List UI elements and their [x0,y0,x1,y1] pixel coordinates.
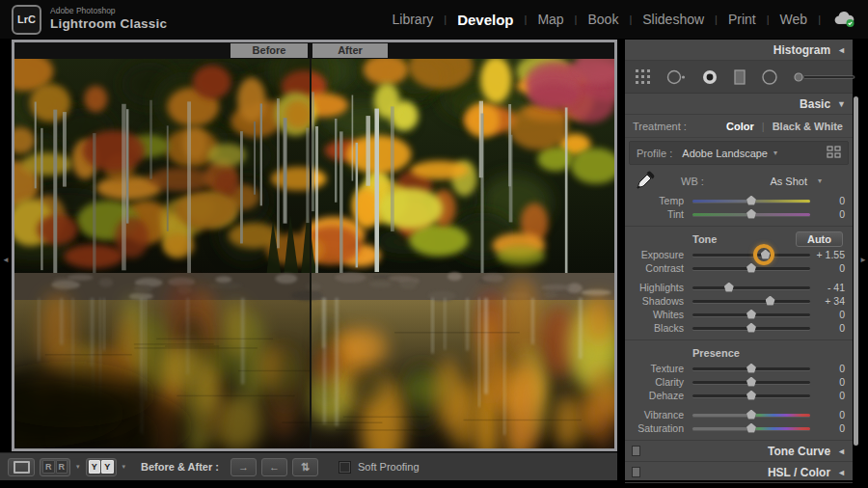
auto-tone-button[interactable]: Auto [796,231,843,247]
left-collapse-arrow-icon[interactable]: ◄ [2,256,10,264]
nav-library[interactable]: Library [393,12,434,27]
profile-label: Profile : [637,148,672,159]
tone-curve-title: Tone Curve [768,445,830,458]
tint-slider[interactable] [692,208,810,221]
contrast-slider[interactable] [692,262,810,275]
shadows-handle[interactable] [766,296,775,306]
graduated-filter-icon[interactable] [733,68,746,86]
photo-canvas[interactable] [14,59,614,448]
eyedropper-icon[interactable] [635,170,656,193]
heal-icon[interactable] [665,68,687,86]
before-after-divider[interactable] [310,59,312,448]
treatment-color-button[interactable]: Color [726,121,754,132]
basic-title: Basic [800,97,830,111]
white-balance-row: WB : As Shot ▾ [625,168,853,194]
before-after-view-icon: Y [101,460,114,474]
texture-label: Texture [633,363,692,374]
nav-separator: | [767,14,770,25]
collapse-left-icon: ◄ [837,45,846,55]
shadows-slider[interactable] [692,295,810,308]
panel-scrollbar[interactable] [854,96,858,446]
nav-book[interactable]: Book [587,12,618,27]
highlights-handle[interactable] [724,283,734,292]
profile-value[interactable]: Adobe Landscape [682,148,768,159]
saturation-slider[interactable] [692,422,810,435]
contrast-value: 0 [810,262,845,274]
hsl-color-title: HSL / Color [768,466,830,479]
highlights-slider[interactable] [692,282,810,294]
exposure-label: Exposure [633,249,692,260]
wb-preset-dropdown[interactable]: As Shot ▾ [770,176,822,187]
loupe-view-button[interactable] [8,458,35,476]
exposure-value: + 1.55 [810,249,845,260]
contrast-handle[interactable] [746,263,756,273]
before-after-viewer: Before After [12,40,617,451]
exposure-track[interactable] [692,254,810,257]
adjustment-brush-icon[interactable] [793,70,856,84]
nav-slideshow[interactable]: Slideshow [642,12,704,27]
saturation-handle[interactable] [746,423,756,433]
tone-group-header: Tone Auto [625,230,853,248]
nav-map[interactable]: Map [537,12,563,27]
tone-curve-panel-header[interactable]: Tone Curve ◄ [625,441,853,462]
contrast-slider-row: Contrast 0 [625,261,853,275]
chevron-down-icon[interactable]: ▾ [122,463,126,471]
temp-slider[interactable] [692,195,810,207]
copy-after-to-before-button[interactable]: ← [261,458,287,476]
tint-value: 0 [810,208,845,220]
histogram-panel-header[interactable]: Histogram ◄ [625,40,853,61]
shadows-track[interactable] [692,300,810,303]
whites-slider[interactable] [692,309,810,321]
clarity-handle[interactable] [746,377,756,387]
temp-handle[interactable] [746,196,756,205]
chevron-down-icon[interactable]: ▾ [76,463,80,471]
radial-filter-icon[interactable] [761,68,778,86]
highlights-track[interactable] [692,286,810,289]
left-panel-collapse-strip[interactable]: ◄ [0,39,12,480]
texture-handle[interactable] [746,364,756,373]
after-label: After [312,43,388,58]
crop-overlay-icon[interactable] [635,68,651,85]
swap-before-after-button[interactable]: ⇅ [292,458,318,476]
exposure-slider[interactable] [692,249,810,261]
right-collapse-arrow-icon[interactable]: ► [859,256,867,264]
clarity-slider[interactable] [692,376,810,389]
wb-preset-value: As Shot [770,176,807,187]
hsl-color-toggle[interactable] [632,467,640,477]
module-picker: Library | Develop | Map | Book | Slidesh… [393,11,857,28]
treatment-bw-button[interactable]: Black & White [773,121,843,132]
swap-icon: ⇅ [301,461,310,474]
reference-view-icon: R [56,460,68,474]
vibrance-slider[interactable] [692,409,810,421]
shadows-value: + 34 [810,295,845,307]
dehaze-label: Dehaze [633,390,692,401]
nav-develop[interactable]: Develop [457,12,513,28]
vibrance-handle[interactable] [746,410,756,420]
dehaze-handle[interactable] [746,391,756,400]
red-eye-icon[interactable] [701,68,719,86]
cloud-sync-ok-icon[interactable] [833,11,856,28]
saturation-label: Saturation [633,422,692,434]
nav-web[interactable]: Web [780,12,808,27]
right-panel-collapse-strip[interactable]: ► [858,39,868,480]
hsl-color-panel-header[interactable]: HSL / Color ◄ [625,462,853,483]
tone-curve-toggle[interactable] [632,446,640,456]
dehaze-slider-row: Dehaze 0 [625,389,853,402]
before-label: Before [231,43,308,58]
dehaze-slider[interactable] [692,390,810,402]
blacks-handle[interactable] [746,323,756,333]
copy-before-to-after-button[interactable]: → [231,458,257,476]
before-after-view-button[interactable]: Y Y [86,458,117,476]
clarity-slider-row: Clarity 0 [625,375,853,389]
tint-handle[interactable] [746,209,756,219]
reference-view-button[interactable]: R R [40,458,70,476]
soft-proofing-checkbox[interactable] [339,461,351,474]
exposure-handle[interactable] [761,250,771,259]
whites-handle[interactable] [746,310,756,319]
texture-slider[interactable] [692,363,810,375]
nav-print[interactable]: Print [728,12,756,27]
profile-selector[interactable]: Profile : Adobe Landscape ▾ [629,141,849,165]
basic-panel-header[interactable]: Basic ▼ [625,94,853,115]
blacks-slider[interactable] [692,322,810,335]
profile-browser-icon[interactable] [827,146,841,160]
